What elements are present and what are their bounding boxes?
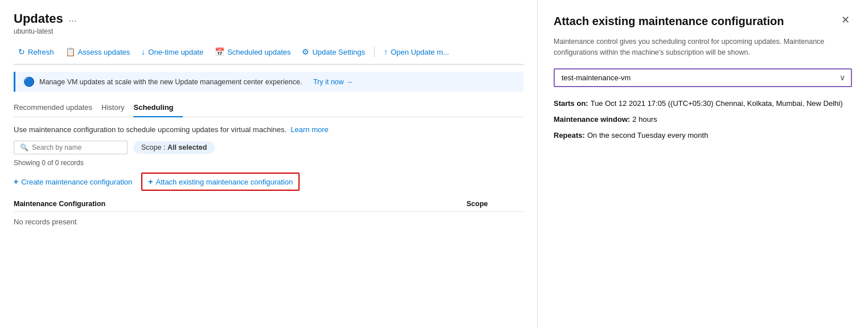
toolbar-divider — [374, 46, 375, 58]
page-title: Updates — [14, 11, 63, 26]
tab-recommended[interactable]: Recommended updates — [14, 99, 101, 117]
records-count: Showing 0 of 0 records — [14, 159, 523, 167]
no-records-message: No records present — [14, 212, 523, 232]
onetime-update-button[interactable]: ↓ One-time update — [137, 44, 208, 59]
toolbar: ↻ Refresh 📋 Assess updates ↓ One-time up… — [14, 44, 523, 65]
repeats-label: Repeats: — [554, 128, 585, 143]
maintenance-config-dropdown[interactable]: test-maintenance-vm — [554, 68, 852, 87]
plus-icon-create: + — [14, 177, 18, 186]
tab-history[interactable]: History — [101, 99, 133, 117]
starts-on-label: Starts on: — [554, 96, 588, 111]
maintenance-details: Starts on: Tue Oct 12 2021 17:05 ((UTC+0… — [554, 96, 852, 143]
create-maintenance-button[interactable]: + Create maintenance configuration — [14, 175, 132, 188]
tab-scheduling[interactable]: Scheduling — [133, 99, 182, 117]
close-panel-button[interactable]: ✕ — [839, 14, 852, 26]
search-icon: 🔍 — [20, 144, 28, 151]
info-banner: 🔵 Manage VM updates at scale with the ne… — [14, 72, 523, 92]
col-header-scope: Scope — [466, 200, 523, 208]
arrow-up-icon: ↑ — [384, 47, 388, 56]
table-header: Maintenance Configuration Scope — [14, 196, 523, 212]
update-settings-button[interactable]: ⚙ Update Settings — [297, 44, 370, 59]
repeats-row: Repeats: On the second Tuesday every mon… — [554, 128, 852, 143]
filter-row: 🔍 Scope : All selected — [14, 141, 523, 154]
assess-icon: 📋 — [65, 47, 75, 56]
window-row: Maintenance window: 2 hours — [554, 112, 852, 127]
col-header-config: Maintenance Configuration — [14, 200, 466, 208]
download-icon: ↓ — [141, 47, 145, 56]
window-label: Maintenance window: — [554, 112, 630, 127]
starts-on-value: Tue Oct 12 2021 17:05 ((UTC+05:30) Chenn… — [591, 96, 843, 111]
search-input[interactable] — [32, 144, 121, 151]
dropdown-wrapper[interactable]: test-maintenance-vm ∨ — [554, 68, 852, 87]
right-panel: Attach existing maintenance configuratio… — [538, 0, 868, 328]
assess-updates-button[interactable]: 📋 Assess updates — [61, 44, 135, 59]
panel-header: Attach existing maintenance configuratio… — [554, 14, 852, 28]
starts-on-row: Starts on: Tue Oct 12 2021 17:05 ((UTC+0… — [554, 96, 852, 111]
open-update-button[interactable]: ↑ Open Update m... — [379, 44, 454, 59]
window-value: 2 hours — [632, 112, 657, 127]
panel-description: Maintenance control gives you scheduling… — [554, 36, 852, 58]
refresh-icon: ↻ — [18, 47, 25, 56]
tabs-row: Recommended updates History Scheduling — [14, 99, 523, 117]
scheduled-updates-button[interactable]: 📅 Scheduled updates — [210, 44, 295, 59]
info-icon: 🔵 — [23, 76, 35, 87]
page-subtitle: ubuntu-latest — [14, 27, 523, 35]
gear-icon: ⚙ — [302, 47, 309, 56]
search-box[interactable]: 🔍 — [14, 141, 128, 154]
actions-row: + Create maintenance configuration + Att… — [14, 173, 523, 191]
calendar-icon: 📅 — [215, 47, 224, 56]
learn-more-link[interactable]: Learn more — [290, 125, 328, 134]
scope-value: All selected — [167, 144, 207, 151]
repeats-value: On the second Tuesday every month — [587, 128, 708, 143]
banner-link[interactable]: Try it now → — [313, 78, 353, 86]
scheduling-description: Use maintenance configuration to schedul… — [14, 125, 523, 134]
attach-maintenance-button[interactable]: + Attach existing maintenance configurat… — [141, 173, 300, 191]
page-title-ellipsis[interactable]: ... — [69, 14, 76, 24]
scope-filter-button[interactable]: Scope : All selected — [133, 141, 215, 154]
banner-text: Manage VM updates at scale with the new … — [39, 78, 302, 86]
refresh-button[interactable]: ↻ Refresh — [14, 44, 59, 59]
plus-icon-attach: + — [148, 177, 153, 186]
panel-title: Attach existing maintenance configuratio… — [554, 14, 784, 28]
left-panel: Updates ... ubuntu-latest ↻ Refresh 📋 As… — [0, 0, 538, 328]
